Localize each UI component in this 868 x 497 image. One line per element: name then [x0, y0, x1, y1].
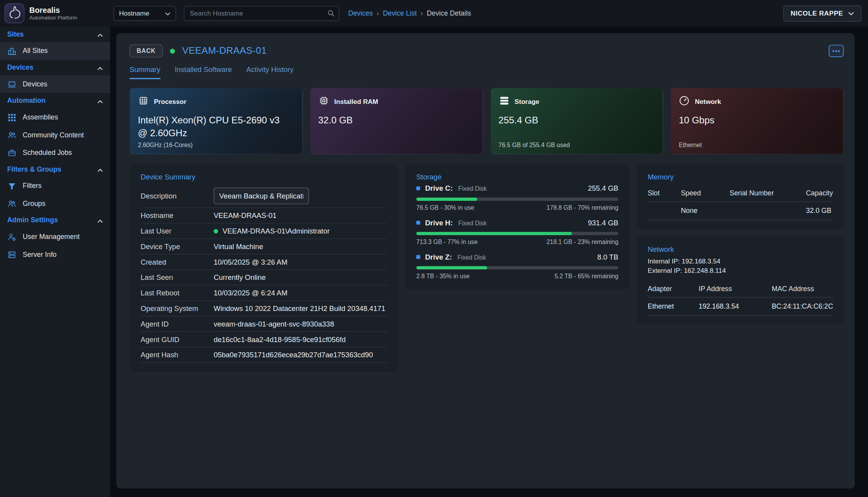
- sites-icon: [8, 47, 16, 55]
- sidebar-section-filters-groups[interactable]: Filters & Groups: [0, 162, 110, 177]
- device-title: VEEAM-DRAAS-01: [182, 46, 267, 56]
- sidebar-item-all-sites[interactable]: All Sites: [0, 42, 110, 60]
- row-value: de16c0c1-8aa2-4d18-9585-9ce91cf056fd: [214, 335, 346, 343]
- row-label: Last Seen: [141, 273, 214, 281]
- sidebar: Sites All Sites Devices Devices Automati…: [0, 26, 110, 497]
- breadcrumb-separator: ›: [421, 9, 423, 17]
- summary-row-agent-id: Agent IDveeam-draas-01-agent-svc-8930a33…: [141, 316, 387, 332]
- breadcrumb-current: Device Details: [427, 9, 471, 17]
- drive-name: Drive C:: [425, 184, 453, 192]
- storage-panel: Storage Drive C: Fixed Disk 255.4 GB 76.…: [405, 164, 630, 289]
- stat-card-value: 255.4 GB: [498, 114, 655, 127]
- row-label: Device Type: [141, 242, 214, 251]
- drive-used-text: 713.3 GB - 77% in use: [416, 239, 477, 245]
- sidebar-section-sites[interactable]: Sites: [0, 26, 110, 42]
- memory-slot: [648, 207, 681, 215]
- stat-card-title: Network: [695, 98, 721, 106]
- sidebar-item-scheduled-jobs[interactable]: Scheduled Jobs: [0, 144, 110, 162]
- network-ips: Internal IP: 192.168.3.54 External IP: 1…: [648, 257, 833, 276]
- sidebar-item-community-content[interactable]: Community Content: [0, 126, 110, 144]
- brand-name: Borealis: [29, 5, 77, 14]
- drive-name: Drive Z:: [425, 253, 452, 261]
- sidebar-item-label: Filters: [23, 182, 41, 190]
- search-input[interactable]: [184, 6, 339, 21]
- sidebar-item-server-info[interactable]: Server Info: [0, 246, 110, 263]
- network-card: Network 10 Gbps Ethernet: [671, 88, 844, 155]
- description-input[interactable]: [214, 188, 309, 204]
- processor-icon: [138, 95, 149, 109]
- tab-summary[interactable]: Summary: [130, 65, 160, 79]
- row-value: Windows 10 2022 Datacenter 21H2 Build 20…: [214, 304, 386, 313]
- row-value: Virtual Machine: [214, 242, 263, 251]
- breadcrumb-separator: ›: [377, 9, 379, 17]
- row-label: Agent GUID: [141, 335, 214, 343]
- right-column: Memory Slot Speed Serial Number Capacity…: [637, 164, 844, 325]
- sidebar-section-admin-settings[interactable]: Admin Settings: [0, 212, 110, 228]
- breadcrumb-link-device-list[interactable]: Device List: [383, 9, 417, 17]
- drive-bullet-icon: [416, 221, 420, 225]
- more-actions-button[interactable]: [829, 45, 843, 57]
- brand-text: Borealis Automation Platform: [29, 5, 77, 21]
- row-label: Hostname: [141, 211, 214, 220]
- chevron-down-icon: [848, 9, 854, 17]
- user-menu-label: NICOLE RAPPE: [791, 9, 843, 17]
- sidebar-item-groups[interactable]: Groups: [0, 195, 110, 212]
- back-button[interactable]: BACK: [130, 44, 163, 58]
- processor-card: Processor Intel(R) Xeon(R) CPU E5-2690 v…: [130, 88, 303, 155]
- ram-chip-icon: [318, 95, 329, 109]
- sidebar-section-devices[interactable]: Devices: [0, 60, 110, 76]
- summary-row-operating-system: Operating SystemWindows 10 2022 Datacent…: [141, 301, 387, 316]
- sidebar-item-filters[interactable]: Filters: [0, 177, 110, 195]
- summary-row-last-seen: Last SeenCurrently Online: [141, 270, 387, 286]
- stat-card-footer: 76.5 GB of 255.4 GB used: [498, 142, 570, 148]
- chevron-up-icon: [97, 29, 103, 39]
- sidebar-item-label: User Management: [23, 233, 79, 241]
- main-content: BACK VEEAM-DRAAS-01 Summary Installed So…: [110, 26, 868, 497]
- users-icon: [8, 131, 16, 139]
- drive-c: Drive C: Fixed Disk 255.4 GB 76.5 GB - 3…: [416, 184, 618, 211]
- stat-card-title: Installed RAM: [334, 98, 378, 106]
- summary-row-created: Created10/05/2025 @ 3:26 AM: [141, 255, 387, 270]
- sidebar-section-label: Automation: [7, 97, 46, 105]
- row-label: Last User: [141, 227, 214, 235]
- storage-card: Storage 255.4 GB 76.5 GB of 255.4 GB use…: [490, 88, 664, 155]
- row-label: Last Reboot: [141, 289, 214, 297]
- topbar: Borealis Automation Platform Hostname De…: [0, 0, 868, 26]
- sidebar-section-label: Sites: [7, 30, 23, 38]
- summary-row-agent-hash: Agent Hash05ba0e7935171d626ecea29b27d7ae…: [141, 348, 387, 363]
- memory-panel: Memory Slot Speed Serial Number Capacity…: [637, 164, 844, 229]
- breadcrumb-link-devices[interactable]: Devices: [348, 9, 373, 17]
- drive-h: Drive H: Fixed Disk 931.4 GB 713.3 GB - …: [416, 219, 618, 245]
- search-icon: [327, 9, 335, 19]
- column-header: Adapter: [648, 285, 699, 293]
- drive-remaining-text: 218.1 GB - 23% remaining: [547, 239, 618, 245]
- drive-z: Drive Z: Fixed Disk 8.0 TB 2.8 TB - 35% …: [416, 253, 618, 279]
- chevron-down-icon: [165, 9, 171, 17]
- hostname-filter-select[interactable]: Hostname: [113, 6, 176, 21]
- sidebar-item-devices[interactable]: Devices: [0, 75, 110, 93]
- server-icon: [8, 250, 16, 258]
- tab-activity-history[interactable]: Activity History: [246, 65, 294, 79]
- user-menu-button[interactable]: NICOLE RAPPE: [783, 5, 861, 21]
- filter-select-value: Hostname: [119, 9, 150, 17]
- sidebar-item-user-management[interactable]: User Management: [0, 228, 110, 246]
- sidebar-item-label: Scheduled Jobs: [23, 149, 72, 156]
- column-header: Serial Number: [730, 189, 806, 197]
- column-header: MAC Address: [772, 285, 833, 293]
- drive-usage-fill: [416, 232, 572, 235]
- drive-used-text: 76.5 GB - 30% in use: [416, 204, 474, 211]
- sidebar-item-label: Groups: [23, 200, 45, 207]
- summary-row-last-user: Last UserVEEAM-DRAAS-01\Administrator: [141, 223, 387, 239]
- sidebar-section-automation[interactable]: Automation: [0, 93, 110, 109]
- app-root: Borealis Automation Platform Hostname De…: [0, 0, 868, 497]
- device-tabs: Summary Installed Software Activity Hist…: [130, 65, 844, 79]
- row-label: Agent ID: [141, 320, 214, 328]
- row-value: veeam-draas-01-agent-svc-8930a338: [214, 320, 334, 328]
- stat-card-value: 32.0 GB: [318, 114, 475, 127]
- row-label: Description: [141, 192, 214, 200]
- tab-installed-software[interactable]: Installed Software: [175, 65, 232, 79]
- sidebar-item-assemblies[interactable]: Assemblies: [0, 109, 110, 126]
- network-heading: Network: [648, 245, 833, 253]
- online-status-dot: [214, 229, 218, 233]
- stat-card-title: Processor: [154, 98, 186, 106]
